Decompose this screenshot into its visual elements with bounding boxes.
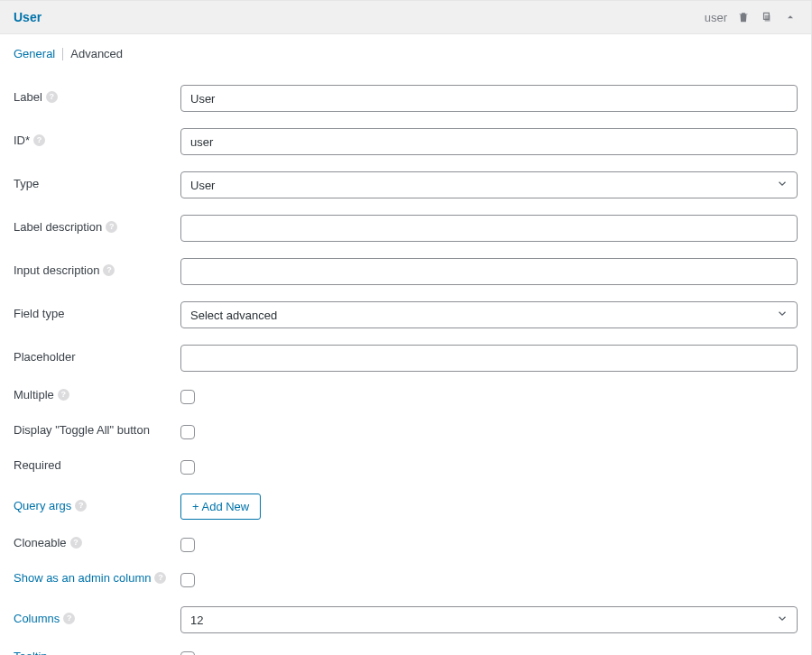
tab-advanced[interactable]: Advanced [70,47,123,60]
collapse-icon[interactable] [783,10,798,24]
id-label: ID* ? [14,128,180,147]
field-type-select[interactable] [180,301,798,328]
admin-column-label[interactable]: Show as an admin column ? [14,571,180,585]
toggle-all-label: Display "Toggle All" button [14,423,180,437]
tab-divider [62,48,63,60]
label-label: Label ? [14,85,180,104]
row-label-description: Label description ? [14,207,798,250]
row-required: Required [14,450,798,485]
trash-icon[interactable] [736,10,751,24]
panel-actions: user [705,10,798,24]
tooltip-label[interactable]: Tooltip [14,650,180,655]
panel-id-tag: user [705,11,727,24]
cloneable-checkbox[interactable] [180,538,195,552]
tooltip-checkbox[interactable] [180,651,195,655]
help-icon[interactable]: ? [33,134,45,146]
columns-label[interactable]: Columns ? [14,606,180,625]
type-label: Type [14,171,180,190]
help-icon[interactable]: ? [106,221,117,233]
tab-general[interactable]: General [14,47,55,60]
row-type: Type [14,163,798,207]
field-type-label: Field type [14,301,180,320]
required-label: Required [14,458,180,472]
toggle-all-checkbox[interactable] [180,425,195,439]
row-toggle-all: Display "Toggle All" button [14,415,798,450]
help-icon[interactable]: ? [103,264,115,276]
type-select[interactable] [180,171,798,198]
row-columns: Columns ? [14,598,798,641]
row-input-description: Input description ? [14,250,798,293]
label-description-label: Label description ? [14,215,180,234]
panel-title: User [14,10,42,24]
tabs: General Advanced [0,34,811,68]
label-input[interactable] [180,85,798,112]
row-tooltip: Tooltip [14,641,798,655]
row-placeholder: Placeholder [14,337,798,380]
columns-select[interactable] [180,606,798,633]
row-label: Label ? [14,77,798,120]
label-description-input[interactable] [180,215,798,242]
row-field-type: Field type [14,293,798,337]
row-cloneable: Cloneable ? [14,528,798,563]
add-new-button[interactable]: + Add New [180,494,261,520]
row-id: ID* ? [14,120,798,163]
row-multiple: Multiple ? [14,380,798,415]
help-icon[interactable]: ? [46,91,58,103]
row-query-args: Query args ? + Add New [14,485,798,528]
field-settings-panel: User user General Advanced Label ? [0,0,812,655]
required-checkbox[interactable] [180,460,195,475]
form-body: Label ? ID* ? Type [0,68,811,655]
placeholder-input[interactable] [180,345,798,372]
help-icon[interactable]: ? [154,572,166,584]
help-icon[interactable]: ? [70,537,82,549]
input-description-label: Input description ? [14,258,180,277]
help-icon[interactable]: ? [75,500,87,512]
help-icon[interactable]: ? [58,389,69,401]
cloneable-label: Cloneable ? [14,536,180,549]
admin-column-checkbox[interactable] [180,573,195,587]
query-args-label[interactable]: Query args ? [14,494,180,512]
panel-header: User user [0,1,811,34]
id-input[interactable] [180,128,798,155]
multiple-checkbox[interactable] [180,390,195,404]
row-admin-column: Show as an admin column ? [14,563,798,598]
help-icon[interactable]: ? [63,613,75,624]
placeholder-label: Placeholder [14,345,180,364]
copy-icon[interactable] [760,10,774,24]
input-description-input[interactable] [180,258,798,285]
multiple-label: Multiple ? [14,388,180,401]
